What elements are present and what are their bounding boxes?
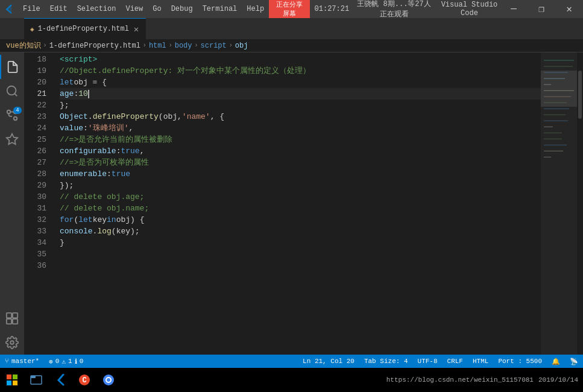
git-branch[interactable]: ⑂ master* [0, 355, 44, 368]
token: enumerable [60, 168, 107, 180]
code-line-30: // delete obj.age; [60, 191, 541, 203]
menu-debug[interactable]: Debug [166, 0, 198, 18]
extensions-icon[interactable] [0, 306, 24, 330]
encoding[interactable]: UTF-8 [413, 355, 443, 368]
svg-point-38 [107, 378, 110, 382]
tab-close-button[interactable]: ✕ [133, 24, 140, 34]
token: , [128, 122, 133, 134]
menu-go[interactable]: Go [148, 0, 166, 18]
token: in [107, 214, 116, 226]
minimize-button[interactable]: — [500, 0, 528, 18]
start-button[interactable] [0, 368, 24, 392]
menu-terminal[interactable]: Terminal [198, 0, 242, 18]
line-ending[interactable]: CRLF [443, 355, 468, 368]
breadcrumb-script[interactable]: script [201, 42, 227, 50]
taskbar-chrome[interactable] [96, 368, 121, 392]
line-number-31: 31 [24, 203, 51, 214]
token: //=>是否允许当前的属性被删除 [60, 134, 172, 145]
files-icon[interactable] [0, 55, 24, 79]
vertical-scrollbar[interactable] [577, 52, 583, 355]
token: . [88, 111, 93, 122]
editor[interactable]: 18192021222324252627282930313233343536 <… [24, 52, 583, 355]
svg-rect-27 [544, 157, 551, 157]
breadcrumb-root[interactable]: vue的知识 [6, 40, 41, 51]
warning-count: 1 [68, 358, 72, 365]
breadcrumb-sep-1: › [43, 42, 47, 49]
titlebar-center: 正在分享屏幕 01:27:21 王骁帆 8期...等27人正在观看 Visual… [269, 0, 500, 19]
token: age [60, 88, 74, 100]
errors-warnings[interactable]: ⊗ 0 ⚠ 1 ℹ 0 [44, 355, 88, 368]
debug-activity-icon[interactable] [0, 127, 24, 151]
menu-file[interactable]: File [18, 0, 45, 18]
taskbar-explorer[interactable] [24, 368, 48, 392]
taskbar-app3[interactable]: C [72, 368, 96, 392]
line-number-25: 25 [24, 134, 51, 145]
code-line-33: console.log(key); [60, 226, 541, 237]
token: //Object.defineProperty: 对一个对象中某个属性的定义（处… [60, 65, 310, 77]
code-line-19: //Object.defineProperty: 对一个对象中某个属性的定义（处… [60, 65, 541, 77]
svg-rect-26 [544, 151, 563, 151]
maximize-button[interactable]: ❐ [528, 0, 555, 18]
code-line-36 [60, 260, 541, 271]
code-line-31: // delete obj.name; [60, 203, 541, 214]
bell-button[interactable]: 🔔 [547, 355, 565, 368]
breadcrumb-sep-3: › [169, 42, 172, 49]
tab-size[interactable]: Tab Size: 4 [359, 355, 413, 368]
breadcrumb-body[interactable]: body [175, 42, 192, 50]
source-control-icon[interactable]: 4 [0, 103, 24, 127]
menu-edit[interactable]: Edit [45, 0, 72, 18]
svg-rect-19 [544, 109, 569, 109]
taskbar-url: https://blog.csdn.net/weixin_51157081 [386, 376, 534, 384]
code-line-24: value: '珠峰培训', [60, 122, 541, 134]
token: '珠峰培训' [88, 122, 129, 134]
line-number-20: 20 [24, 77, 51, 88]
svg-rect-14 [544, 78, 565, 79]
tab-file-icon: ◈ [30, 25, 34, 33]
active-tab[interactable]: ◈ 1-defineProperty.html ✕ [24, 18, 146, 39]
breadcrumb: vue的知识 › 1-defineProperty.html › html › … [0, 39, 583, 52]
menu-view[interactable]: View [121, 0, 148, 18]
line-number-34: 34 [24, 237, 51, 248]
token: : [107, 168, 112, 180]
line-number-32: 32 [24, 214, 51, 226]
broadcast-button[interactable]: 📡 [565, 355, 583, 368]
settings-icon[interactable] [0, 330, 24, 355]
code-line-23: Object.defineProperty(obj, 'name', { [60, 111, 541, 122]
close-button[interactable]: ✕ [555, 0, 583, 18]
source-control-badge: 4 [13, 107, 22, 114]
statusbar-right: Ln 21, Col 20 Tab Size: 4 UTF-8 CRLF HTM… [298, 355, 583, 368]
taskbar-right: https://blog.csdn.net/weixin_51157081 20… [382, 376, 583, 384]
language-mode[interactable]: HTML [468, 355, 493, 368]
svg-rect-23 [544, 133, 562, 133]
statusbar-left: ⑂ master* ⊗ 0 ⚠ 1 ℹ 0 [0, 355, 88, 368]
token: . [93, 226, 98, 237]
breadcrumb-html[interactable]: html [149, 42, 166, 50]
svg-rect-20 [544, 115, 566, 115]
error-icon: ⊗ [49, 358, 53, 365]
menu-help[interactable]: Help [242, 0, 269, 18]
breadcrumb-file[interactable]: 1-defineProperty.html [49, 42, 140, 50]
code-area[interactable]: <script> //Object.defineProperty: 对一个对象中… [57, 52, 541, 355]
svg-point-0 [7, 86, 16, 95]
taskbar: C https://blog.csdn.net/weixin_51157081 … [0, 368, 583, 392]
taskbar-vscode[interactable] [48, 368, 72, 392]
cursor-position[interactable]: Ln 21, Col 20 [298, 355, 359, 368]
line-number-36: 36 [24, 260, 51, 271]
svg-rect-30 [7, 381, 11, 385]
svg-rect-24 [544, 139, 562, 139]
tabbar: ◈ 1-defineProperty.html ✕ [0, 18, 583, 39]
token: }); [60, 180, 74, 191]
scrollbar-thumb[interactable] [578, 71, 582, 119]
svg-rect-8 [7, 319, 11, 324]
svg-rect-12 [544, 66, 573, 67]
code-line-29: }); [60, 180, 541, 191]
svg-rect-28 [7, 375, 11, 379]
live-server-port[interactable]: Port : 5500 [493, 355, 547, 368]
error-count: 0 [55, 358, 60, 365]
breadcrumb-obj[interactable]: obj [235, 42, 248, 50]
token: : [74, 88, 78, 100]
menu-selection[interactable]: Selection [72, 0, 121, 18]
token: <script> [60, 54, 97, 65]
search-activity-icon[interactable] [0, 79, 24, 103]
token: value [60, 122, 83, 134]
